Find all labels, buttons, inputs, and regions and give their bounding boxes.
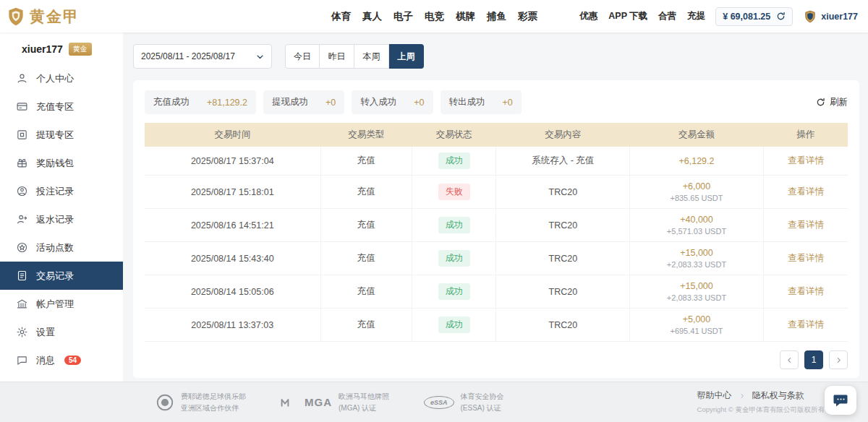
cell-time: 2025/08/16 14:51:21 [145, 209, 320, 242]
cell-content: TRC20 [496, 275, 630, 309]
chevron-left-icon [786, 357, 793, 363]
sidebar-item-personal-center[interactable]: 个人中心 [0, 64, 123, 92]
sidebar-item-label: 充值专区 [36, 100, 74, 113]
page-next-button[interactable] [829, 350, 848, 369]
view-details-link[interactable]: 查看详情 [788, 186, 824, 197]
sidebar-item-settings[interactable]: 设置 [0, 318, 123, 346]
cell-content: TRC20 [496, 209, 630, 242]
nav-item-slots[interactable]: 电子 [393, 10, 413, 23]
chat-fab-button[interactable] [825, 386, 856, 415]
nav-item-chess[interactable]: 棋牌 [456, 10, 475, 23]
logo[interactable]: 黄金甲 [6, 7, 80, 27]
partner-mga[interactable]: MGA欧洲马耳他牌照(MGA) 认证 [281, 391, 389, 413]
sidebar-item-bet-records[interactable]: 投注记录 [0, 177, 123, 205]
cell-type: 充值 [320, 275, 412, 309]
top-links: 优惠APP 下载合营充提 [579, 10, 705, 22]
sidebar-item-transaction-records[interactable]: 交易记录 [0, 262, 123, 290]
table-row: 2025/08/14 15:05:06充值成功TRC20+15,000+2,08… [145, 275, 848, 309]
nav-item-esports[interactable]: 电竞 [425, 10, 444, 23]
view-details-link[interactable]: 查看详情 [788, 319, 824, 330]
footer: 费耶诺德足球俱乐部亚洲区域合作伙伴MGA欧洲马耳他牌照(MGA) 认证eSSA体… [0, 382, 868, 422]
cell-action: 查看详情 [763, 176, 848, 209]
sidebar-item-deposit-zone[interactable]: 充值专区 [0, 92, 123, 121]
partner-essa[interactable]: eSSA体育安全协会(ESSA) 认证 [424, 391, 504, 413]
chip-value: +0 [503, 98, 513, 108]
sidebar-item-messages[interactable]: 消息54 [0, 346, 123, 374]
cell-time: 2025/08/17 15:37:04 [145, 147, 320, 176]
view-details-link[interactable]: 查看详情 [788, 286, 824, 296]
logo-text: 黄金甲 [30, 7, 80, 27]
view-details-link[interactable]: 查看详情 [788, 155, 824, 165]
partner-logos: 费耶诺德足球俱乐部亚洲区域合作伙伴MGA欧洲马耳他牌照(MGA) 认证eSSA体… [156, 391, 504, 413]
view-details-link[interactable]: 查看详情 [788, 220, 824, 230]
username: xiuer177 [821, 12, 858, 22]
table-row: 2025/08/17 15:18:01充值失败TRC20+6,000+835.6… [145, 176, 848, 209]
nav-item-lottery[interactable]: 彩票 [518, 10, 537, 23]
cell-amount: +5,000+695.41 USDT [630, 309, 764, 342]
tab-yesterday[interactable]: 昨日 [320, 44, 354, 69]
footer-right: 帮助中心隐私权与条款 Copyright © 黄金甲体育有限公司版权所有 [697, 389, 825, 415]
cell-action: 查看详情 [763, 147, 848, 176]
sidebar-item-label: 提现专区 [36, 129, 74, 142]
cell-content: TRC20 [496, 242, 630, 275]
top-link-deposit-withdraw[interactable]: 充提 [687, 10, 705, 22]
nav-item-live[interactable]: 真人 [362, 10, 382, 23]
sidebar-item-label: 消息 [36, 354, 55, 367]
sidebar-item-label: 个人中心 [36, 72, 74, 85]
messages-icon [16, 354, 28, 366]
partner-club[interactable]: 费耶诺德足球俱乐部亚洲区域合作伙伴 [156, 391, 246, 413]
copyright: Copyright © 黄金甲体育有限公司版权所有 [697, 405, 825, 415]
cell-type: 充值 [320, 309, 412, 342]
date-range-select[interactable]: 2025/08/11 - 2025/08/17 [133, 44, 272, 69]
amount-usdt: +5,571.03 USDT [634, 227, 759, 236]
settings-icon [16, 326, 28, 338]
top-link-partnership[interactable]: 合营 [658, 10, 676, 22]
tab-last-week[interactable]: 上周 [389, 44, 424, 69]
user-chip[interactable]: xiuer177 [803, 9, 858, 24]
page-prev-button[interactable] [780, 350, 799, 369]
partner-line1: 欧洲马耳他牌照 [339, 391, 389, 402]
main-content: 2025/08/11 - 2025/08/17 今日昨日本周上周 充值成功+81… [123, 33, 868, 382]
privacy-terms-link[interactable]: 隐私权与条款 [752, 389, 804, 402]
deposit-icon [16, 100, 28, 113]
help-center-link[interactable]: 帮助中心 [697, 389, 732, 402]
header-cell-status: 交易状态 [412, 123, 496, 147]
sidebar-item-account-management[interactable]: 帐户管理 [0, 290, 123, 318]
table-row: 2025/08/16 14:51:21充值成功TRC20+40,000+5,57… [145, 209, 848, 242]
top-link-app-download[interactable]: APP 下载 [608, 10, 647, 22]
sidebar-item-withdraw-zone[interactable]: 提现专区 [0, 121, 123, 149]
cell-amount: +6,000+835.65 USDT [630, 176, 764, 209]
mga-brand-text: MGA [305, 396, 332, 408]
chip-label: 转出成功 [449, 96, 485, 108]
table-row: 2025/08/11 13:37:03充值成功TRC20+5,000+695.4… [145, 309, 848, 342]
page-number-button[interactable]: 1 [804, 350, 823, 369]
refresh-balance-icon[interactable] [776, 12, 786, 21]
partner-line1: 费耶诺德足球俱乐部 [181, 391, 246, 402]
top-link-promotions[interactable]: 优惠 [579, 10, 597, 22]
pagination: 1 [145, 350, 848, 369]
summary-row: 充值成功+81,129.2提现成功+0转入成功+0转出成功+0 刷新 [145, 90, 848, 114]
cell-type: 充值 [320, 147, 412, 176]
summary-chip-transfer-in-success: 转入成功+0 [352, 90, 433, 114]
nav-item-sports[interactable]: 体育 [331, 10, 351, 23]
chip-value: +81,129.2 [207, 98, 247, 108]
tab-today[interactable]: 今日 [285, 44, 320, 69]
arrow-right-icon [739, 393, 745, 399]
sidebar-user: xiuer177 黄金 [0, 35, 123, 64]
partner-line1: 体育安全协会 [461, 391, 504, 402]
nav-item-fishing[interactable]: 捕鱼 [487, 10, 506, 23]
cell-type: 充值 [320, 242, 412, 275]
view-details-link[interactable]: 查看详情 [788, 253, 824, 263]
balance-box[interactable]: ¥ 69,081.25 [715, 7, 793, 26]
sidebar-item-activity-points[interactable]: 活动点数 [0, 233, 123, 262]
sidebar-item-label: 帐户管理 [36, 298, 74, 311]
refresh-button[interactable]: 刷新 [816, 96, 848, 108]
sidebar-item-rebate-records[interactable]: 返水记录 [0, 205, 123, 233]
chip-label: 转入成功 [360, 96, 396, 108]
chip-value: +0 [414, 98, 424, 108]
top-right: 优惠APP 下载合营充提 ¥ 69,081.25 xiuer177 [579, 7, 858, 26]
sidebar-item-reward-wallet[interactable]: 奖励钱包 [0, 149, 123, 177]
tab-this-week[interactable]: 本周 [354, 44, 389, 69]
table-row: 2025/08/14 15:43:40充值成功TRC20+15,000+2,08… [145, 242, 848, 275]
logo-emblem-icon [6, 7, 26, 27]
